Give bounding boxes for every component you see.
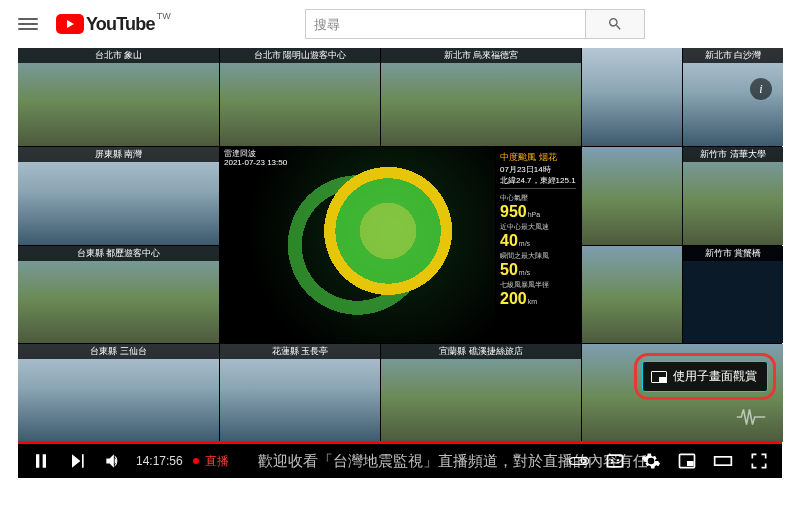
volume-button[interactable] — [100, 448, 126, 474]
cam-tile: 台東縣 都歷遊客中心 — [18, 246, 219, 344]
cam-tile: 花蓮縣 玉長亭 — [220, 344, 380, 442]
youtube-play-icon — [56, 14, 84, 34]
radar-stats: 中度颱風 烟花 07月23日14時 北緯24.7，東經125.1 中心氣壓 95… — [495, 147, 581, 344]
pip-icon — [651, 371, 667, 383]
live-label[interactable]: 直播 — [205, 453, 229, 470]
youtube-logo-text: YouTube — [86, 14, 155, 35]
pip-label: 使用子畫面觀賞 — [673, 368, 757, 385]
cam-label: 台東縣 三仙台 — [18, 344, 219, 359]
settings-button[interactable] — [638, 448, 664, 474]
cam-tile: 台東縣 三仙台 — [18, 344, 219, 442]
playback-time: 14:17:56 — [136, 454, 183, 468]
country-code: TW — [157, 11, 171, 21]
cam-label: 新北市 烏來福德宮 — [381, 48, 581, 63]
miniplayer-button[interactable] — [674, 448, 700, 474]
cam-tile: 新北市 烏來福德宮 — [381, 48, 581, 146]
search-button[interactable] — [585, 9, 645, 39]
cam-label: 花蓮縣 玉長亭 — [220, 344, 380, 359]
cam-tile: 台北市 陽明山遊客中心 — [220, 48, 380, 146]
cam-tile: 台北市 象山 — [18, 48, 219, 146]
cam-tile: 新竹市 賞蟹橋 — [683, 246, 783, 344]
cam-tile: 宜蘭縣 礁溪捷絲旅店 — [381, 344, 581, 442]
player-controls: 14:17:56 直播 — [18, 444, 782, 478]
cam-label: 新竹市 賞蟹橋 — [683, 246, 783, 261]
cam-label: 宜蘭縣 礁溪捷絲旅店 — [381, 344, 581, 359]
pip-button[interactable]: 使用子畫面觀賞 — [642, 361, 768, 392]
svg-rect-4 — [687, 461, 694, 466]
autoplay-toggle[interactable] — [566, 448, 592, 474]
radar-map: 雷達回波 2021-07-23 13:50 — [220, 147, 495, 344]
waveform-icon — [736, 406, 766, 432]
cam-label: 屏東縣 南灣 — [18, 147, 219, 162]
search-input[interactable] — [305, 9, 585, 39]
magnifier-icon — [607, 16, 623, 32]
cam-tile: 屏東縣 南灣 — [18, 147, 219, 245]
hamburger-menu-icon[interactable] — [16, 12, 40, 36]
cam-tile — [582, 147, 682, 245]
youtube-logo[interactable]: YouTube TW — [56, 14, 155, 35]
info-icon[interactable]: i — [750, 78, 772, 100]
pip-callout: 使用子畫面觀賞 — [634, 353, 776, 400]
cam-tile: 新竹市 清華大學 — [683, 147, 783, 245]
video-player[interactable]: 台北市 象山 台北市 陽明山遊客中心 新北市 烏來福德宮 新北市 白沙灣 屏東縣… — [18, 48, 782, 478]
radar-panel: 雷達回波 2021-07-23 13:50 中度颱風 烟花 07月23日14時 … — [220, 147, 581, 344]
typhoon-name: 中度颱風 烟花 — [500, 151, 576, 164]
pause-button[interactable] — [28, 448, 54, 474]
cam-tile — [582, 48, 682, 146]
cam-label: 新北市 白沙灣 — [683, 48, 783, 63]
cam-label: 台北市 象山 — [18, 48, 219, 63]
radar-title: 雷達回波 2021-07-23 13:50 — [224, 149, 287, 168]
cam-tile — [582, 246, 682, 344]
theater-button[interactable] — [710, 448, 736, 474]
cam-label: 新竹市 清華大學 — [683, 147, 783, 162]
svg-rect-2 — [608, 455, 623, 467]
next-button[interactable] — [64, 448, 90, 474]
svg-rect-5 — [715, 457, 732, 465]
cam-label: 台北市 陽明山遊客中心 — [220, 48, 380, 63]
fullscreen-button[interactable] — [746, 448, 772, 474]
cam-label: 台東縣 都歷遊客中心 — [18, 246, 219, 261]
captions-button[interactable] — [602, 448, 628, 474]
live-dot-icon — [193, 458, 199, 464]
